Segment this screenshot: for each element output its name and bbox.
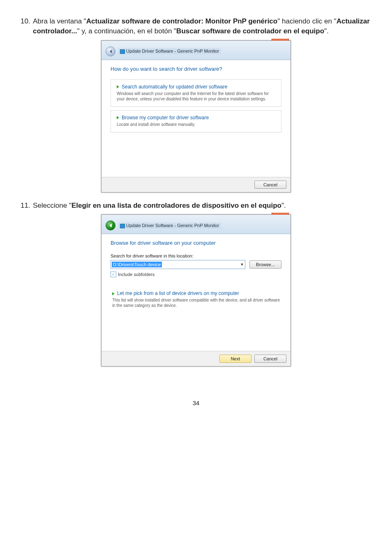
t: " haciendo clic en " [277,17,336,25]
step-text: Abra la ventana "Actualizar software de … [33,16,371,36]
b: Actualizar software de controlador: Moni… [86,17,277,25]
step-10: 10. Abra la ventana "Actualizar software… [21,16,371,36]
dialog-body: Browse for driver software on your compu… [101,234,291,351]
t: Browse my computer for driver software [122,115,209,121]
t: Abra la ventana " [33,17,86,25]
option-browse-computer[interactable]: Browse my computer for driver software L… [111,110,281,132]
dialog2-wrap: x Update Driver Software - Generic PnP M… [21,214,371,367]
dialog-footer: Cancel [101,177,291,192]
page-number: 34 [21,399,371,406]
step-number: 11. [21,201,33,211]
dialog-title: Update Driver Software - Generic PnP Mon… [118,223,221,229]
option-desc: Locate and install driver software manua… [117,122,275,127]
t: ". [324,27,329,35]
option-title: Search automatically for updated driver … [117,84,275,90]
b: Buscar software de controlador en el equ… [176,27,324,35]
chevron-down-icon[interactable]: ▼ [239,262,245,267]
dialog1-wrap: x Update Driver Software - Generic PnP M… [21,40,371,193]
monitor-icon [120,224,125,228]
dialog-header: Update Driver Software - Generic PnP Mon… [101,41,291,60]
path-row: D:\Drivers\Touch device ▼ Browse... [111,260,281,269]
step-number: 10. [21,16,33,36]
b: Elegir en una lista de controladores de … [71,202,281,209]
option-title: Let me pick from a list of device driver… [112,290,280,296]
arrow-icon [117,85,120,88]
checkbox-icon[interactable]: ✓ [111,272,116,277]
browse-button[interactable]: Browse... [249,260,281,269]
cancel-button[interactable]: Cancel [254,355,286,363]
path-combobox[interactable]: D:\Drivers\Touch device ▼ [111,260,245,269]
dialog-heading: Browse for driver software on your compu… [111,240,281,246]
include-subfolders-row[interactable]: ✓ Include subfolders [111,272,281,277]
include-label: Include subfolders [118,272,154,277]
step-text: Seleccione "Elegir en una lista de contr… [33,201,371,211]
dialog-footer: Next Cancel [101,351,291,366]
back-button[interactable] [106,220,115,230]
t: Search automatically for updated driver … [122,84,227,90]
t: Let me pick from a list of device driver… [117,290,239,296]
monitor-icon [120,49,125,54]
t: ". [281,202,286,209]
dialog2: x Update Driver Software - Generic PnP M… [101,214,291,367]
option-desc: Windows will search your computer and th… [117,91,275,102]
step-11: 11. Seleccione "Elegir en una lista de c… [21,201,371,211]
t: " y, a continuación, en el botón " [77,27,176,35]
option-desc: This list will show installed driver sof… [112,297,280,308]
search-location-label: Search for driver software in this locat… [111,253,281,258]
dialog-heading: How do you want to search for driver sof… [111,66,281,72]
cancel-button[interactable]: Cancel [254,181,286,189]
dialog-body: How do you want to search for driver sof… [101,60,291,177]
dialog-title: Update Driver Software - Generic PnP Mon… [118,48,221,54]
arrow-icon [112,292,115,295]
option-search-auto[interactable]: Search automatically for updated driver … [111,79,281,107]
arrow-icon [117,116,120,119]
dialog-header: Update Driver Software - Generic PnP Mon… [101,215,291,234]
option-pick-from-list[interactable]: Let me pick from a list of device driver… [111,290,281,311]
title-text: Update Driver Software - Generic PnP Mon… [126,49,219,53]
title-text: Update Driver Software - Generic PnP Mon… [126,223,219,228]
dialog1: x Update Driver Software - Generic PnP M… [101,40,291,193]
back-button[interactable] [106,46,115,56]
option-title: Browse my computer for driver software [117,115,275,121]
path-value: D:\Drivers\Touch device [112,262,162,267]
t: Seleccione " [33,202,71,209]
next-button[interactable]: Next [219,355,251,363]
